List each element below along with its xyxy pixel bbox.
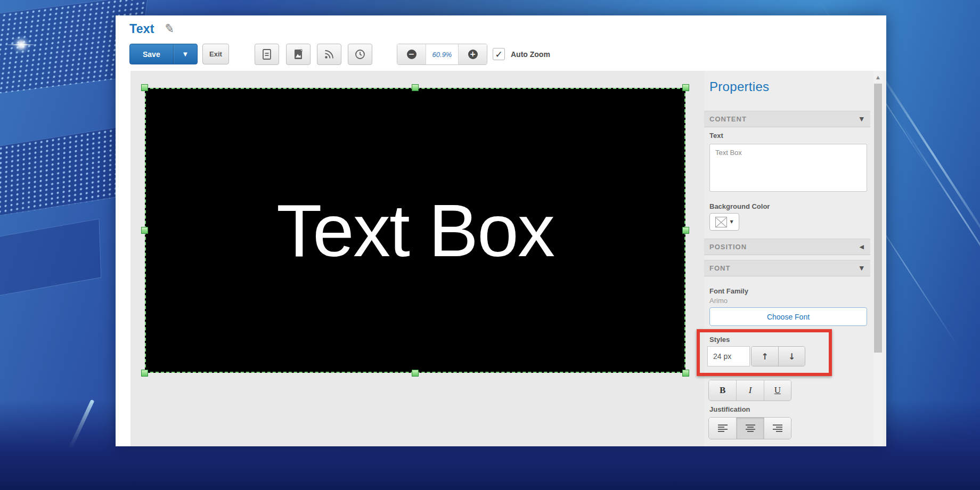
choose-font-button[interactable]: Choose Font xyxy=(709,307,867,326)
resize-handle-bottom-right[interactable] xyxy=(682,370,689,377)
section-position[interactable]: POSITION ◀ xyxy=(704,239,870,255)
resize-handle-top-center[interactable] xyxy=(412,84,419,91)
zoom-control: − + xyxy=(397,44,487,65)
position-section-label: POSITION xyxy=(709,243,747,251)
resize-handle-top-right[interactable] xyxy=(682,84,689,91)
font-style-buttons: B I U xyxy=(708,380,791,401)
exit-button[interactable]: Exit xyxy=(202,44,229,64)
save-button[interactable]: Save xyxy=(130,44,173,64)
underline-button[interactable]: U xyxy=(764,380,791,401)
resize-handle-bottom-center[interactable] xyxy=(412,370,419,377)
rss-icon xyxy=(323,48,335,60)
font-size-stepper: ↑ ↓ xyxy=(751,346,805,366)
resize-handle-middle-left[interactable] xyxy=(141,227,148,234)
section-font[interactable]: FONT ▼ xyxy=(704,260,870,276)
clock-icon xyxy=(354,48,366,60)
font-size-decrease-button[interactable]: ↓ xyxy=(778,347,805,366)
background-color-picker[interactable]: ▼ xyxy=(709,213,739,231)
auto-zoom-checkbox[interactable]: ✓ xyxy=(493,48,505,60)
scroll-up-arrow-icon[interactable]: ▲ xyxy=(873,72,883,83)
checkmark-icon: ✓ xyxy=(495,49,502,60)
panel-scrollbar[interactable]: ▲ xyxy=(873,71,883,446)
align-right-icon xyxy=(772,424,783,432)
align-left-icon xyxy=(717,424,729,432)
section-content[interactable]: CONTENT ▼ xyxy=(704,111,870,127)
font-section-label: FONT xyxy=(709,264,730,272)
properties-title: Properties xyxy=(709,79,769,94)
align-center-icon xyxy=(745,424,756,432)
text-field-label: Text xyxy=(709,132,723,140)
zoom-level-input[interactable] xyxy=(426,44,459,64)
document-icon xyxy=(262,48,272,60)
resize-handle-bottom-left[interactable] xyxy=(141,370,148,377)
resize-handle-top-left[interactable] xyxy=(141,84,148,91)
align-right-button[interactable] xyxy=(764,418,791,439)
properties-panel: Properties CONTENT ▼ Text Text Box Backg… xyxy=(704,71,886,446)
image-icon xyxy=(293,48,304,60)
text-box-content: Text Box xyxy=(276,187,554,274)
chevron-down-icon: ▼ xyxy=(860,265,864,272)
save-split-button: Save ▼ xyxy=(129,44,198,64)
add-image-button[interactable] xyxy=(286,44,311,65)
font-family-value: Arimo xyxy=(709,297,728,305)
background-color-label: Background Color xyxy=(709,202,770,210)
font-size-increase-button[interactable]: ↑ xyxy=(752,347,778,366)
edit-title-pencil-icon[interactable]: ✎ xyxy=(164,21,175,36)
content-section-label: CONTENT xyxy=(709,115,747,123)
design-canvas[interactable]: Text Box xyxy=(130,71,704,446)
text-content-input[interactable]: Text Box xyxy=(709,144,867,192)
justification-label: Justification xyxy=(709,405,750,413)
zoom-in-button[interactable]: + xyxy=(459,44,487,64)
arrow-down-icon: ↓ xyxy=(788,352,795,362)
align-center-button[interactable] xyxy=(736,418,763,439)
editor-window: Text ✎ Save ▼ Exit − xyxy=(116,15,886,446)
wallpaper-star-flare xyxy=(12,35,31,54)
bold-button[interactable]: B xyxy=(709,380,736,401)
add-time-button[interactable] xyxy=(348,44,372,65)
auto-zoom-label: Auto Zoom xyxy=(511,50,550,59)
chevron-down-icon: ▼ xyxy=(730,219,733,224)
justification-buttons xyxy=(708,417,791,439)
scrollbar-thumb[interactable] xyxy=(874,84,882,353)
selected-text-box[interactable]: Text Box xyxy=(145,88,685,373)
align-left-button[interactable] xyxy=(709,418,736,439)
plus-icon: + xyxy=(468,50,478,59)
chevron-down-icon: ▼ xyxy=(860,116,864,123)
add-rss-button[interactable] xyxy=(317,44,341,65)
font-size-input[interactable] xyxy=(707,346,750,366)
add-text-button[interactable] xyxy=(255,44,279,65)
minus-icon: − xyxy=(407,50,416,59)
save-dropdown-caret-icon[interactable]: ▼ xyxy=(173,44,197,64)
transparent-color-swatch-icon xyxy=(715,217,727,227)
chevron-left-icon: ◀ xyxy=(860,243,864,250)
font-family-label: Font Family xyxy=(709,287,748,295)
arrow-up-icon: ↑ xyxy=(761,352,768,362)
zoom-out-button[interactable]: − xyxy=(397,44,426,64)
resize-handle-middle-right[interactable] xyxy=(682,227,689,234)
page-title: Text xyxy=(129,22,154,36)
italic-button[interactable]: I xyxy=(736,380,763,401)
styles-label: Styles xyxy=(709,336,730,344)
